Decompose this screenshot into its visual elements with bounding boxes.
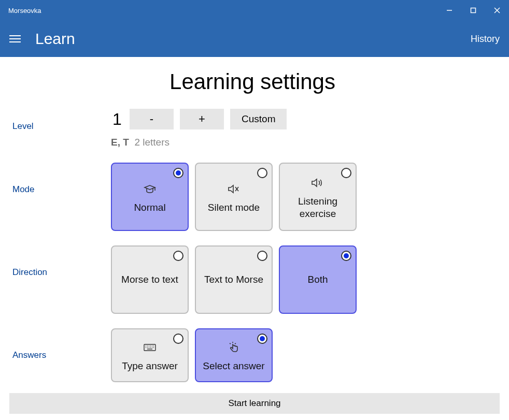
radio-icon: [341, 168, 351, 178]
mode-option-normal[interactable]: Normal: [111, 163, 189, 231]
content-area: Learning settings Level 1 - + Custom E, …: [0, 57, 509, 387]
answers-option-type[interactable]: Type answer: [111, 328, 189, 382]
pointer-icon: [228, 340, 239, 355]
maximize-button[interactable]: [461, 0, 485, 21]
answers-option-select[interactable]: Select answer: [195, 328, 273, 382]
svg-rect-1: [471, 8, 476, 13]
radio-icon: [173, 168, 183, 178]
radio-icon: [257, 251, 267, 261]
level-minus-button[interactable]: -: [130, 109, 174, 129]
level-letters-set: E, T: [111, 137, 129, 148]
direction-row: Direction Morse to text Text to Morse Bo…: [12, 245, 492, 314]
svg-line-22: [230, 343, 231, 344]
radio-icon: [341, 251, 351, 261]
direction-option-label: Both: [307, 273, 328, 286]
direction-option-label: Morse to text: [121, 273, 178, 286]
level-row: Level 1 - + Custom E, T 2 letters: [12, 109, 492, 148]
hamburger-menu-icon[interactable]: [9, 35, 21, 42]
mode-label: Mode: [12, 163, 111, 195]
page-title: Learn: [35, 30, 456, 48]
direction-option-label: Text to Morse: [204, 273, 263, 286]
window-controls: [437, 0, 509, 21]
speaker-icon: [310, 176, 325, 190]
start-bar: Start learning: [0, 387, 509, 420]
keyboard-icon: [143, 340, 157, 355]
level-plus-button[interactable]: +: [180, 109, 224, 129]
level-label: Level: [12, 109, 111, 132]
mode-option-listening[interactable]: Listening exercise: [279, 163, 357, 231]
title-bar: Morseovka: [0, 0, 509, 21]
level-letters-count: 2 letters: [134, 137, 169, 148]
radio-icon: [257, 334, 267, 344]
minimize-button[interactable]: [437, 0, 461, 21]
mode-option-label: Listening exercise: [284, 195, 351, 220]
answers-option-label: Type answer: [122, 360, 178, 372]
mode-row: Mode Normal: [12, 163, 492, 231]
mute-icon: [227, 182, 241, 196]
settings-heading: Learning settings: [12, 69, 492, 94]
radio-icon: [173, 251, 183, 261]
app-header: Learn History: [0, 21, 509, 57]
academic-cap-icon: [143, 182, 157, 196]
direction-option-text-to-morse[interactable]: Text to Morse: [195, 245, 273, 314]
svg-line-23: [235, 343, 236, 344]
direction-label: Direction: [12, 245, 111, 278]
window-title: Morseovka: [8, 7, 437, 15]
answers-row: Answers Type answer: [12, 328, 492, 382]
direction-option-both[interactable]: Both: [279, 245, 357, 314]
level-value: 1: [111, 110, 123, 129]
start-learning-button[interactable]: Start learning: [9, 393, 500, 414]
level-letters: E, T 2 letters: [111, 137, 492, 148]
direction-option-morse-to-text[interactable]: Morse to text: [111, 245, 189, 314]
answers-label: Answers: [12, 328, 111, 360]
radio-icon: [257, 168, 267, 178]
mode-option-label: Silent mode: [208, 201, 260, 214]
answers-option-label: Select answer: [203, 360, 264, 372]
history-link[interactable]: History: [471, 34, 500, 45]
mode-option-label: Normal: [134, 201, 165, 214]
level-custom-button[interactable]: Custom: [230, 109, 287, 129]
mode-option-silent[interactable]: Silent mode: [195, 163, 273, 231]
radio-icon: [173, 334, 183, 344]
close-button[interactable]: [485, 0, 509, 21]
